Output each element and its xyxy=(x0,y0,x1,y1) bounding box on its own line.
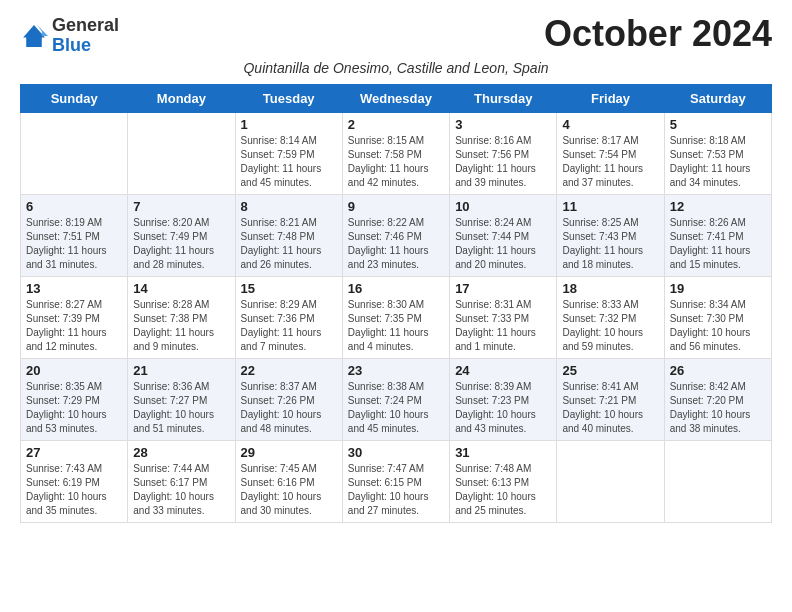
calendar-cell: 30Sunrise: 7:47 AM Sunset: 6:15 PM Dayli… xyxy=(342,440,449,522)
calendar-cell: 3Sunrise: 8:16 AM Sunset: 7:56 PM Daylig… xyxy=(450,112,557,194)
logo-general: General xyxy=(52,15,119,35)
col-thursday: Thursday xyxy=(450,84,557,112)
calendar-cell: 7Sunrise: 8:20 AM Sunset: 7:49 PM Daylig… xyxy=(128,194,235,276)
day-info: Sunrise: 7:43 AM Sunset: 6:19 PM Dayligh… xyxy=(26,462,122,518)
day-number: 13 xyxy=(26,281,122,296)
logo: General Blue xyxy=(20,16,119,56)
calendar-cell: 24Sunrise: 8:39 AM Sunset: 7:23 PM Dayli… xyxy=(450,358,557,440)
calendar-cell: 29Sunrise: 7:45 AM Sunset: 6:16 PM Dayli… xyxy=(235,440,342,522)
day-number: 11 xyxy=(562,199,658,214)
subtitle: Quintanilla de Onesimo, Castille and Leo… xyxy=(20,60,772,76)
day-number: 12 xyxy=(670,199,766,214)
calendar-cell xyxy=(128,112,235,194)
day-info: Sunrise: 8:26 AM Sunset: 7:41 PM Dayligh… xyxy=(670,216,766,272)
day-info: Sunrise: 8:15 AM Sunset: 7:58 PM Dayligh… xyxy=(348,134,444,190)
calendar-cell: 20Sunrise: 8:35 AM Sunset: 7:29 PM Dayli… xyxy=(21,358,128,440)
calendar-cell: 31Sunrise: 7:48 AM Sunset: 6:13 PM Dayli… xyxy=(450,440,557,522)
day-number: 9 xyxy=(348,199,444,214)
calendar-cell: 26Sunrise: 8:42 AM Sunset: 7:20 PM Dayli… xyxy=(664,358,771,440)
day-info: Sunrise: 8:21 AM Sunset: 7:48 PM Dayligh… xyxy=(241,216,337,272)
day-info: Sunrise: 8:35 AM Sunset: 7:29 PM Dayligh… xyxy=(26,380,122,436)
day-number: 15 xyxy=(241,281,337,296)
day-number: 8 xyxy=(241,199,337,214)
calendar-cell: 25Sunrise: 8:41 AM Sunset: 7:21 PM Dayli… xyxy=(557,358,664,440)
day-number: 6 xyxy=(26,199,122,214)
calendar-cell: 5Sunrise: 8:18 AM Sunset: 7:53 PM Daylig… xyxy=(664,112,771,194)
page: General Blue October 2024 Quintanilla de… xyxy=(0,0,792,539)
calendar-cell: 16Sunrise: 8:30 AM Sunset: 7:35 PM Dayli… xyxy=(342,276,449,358)
day-number: 16 xyxy=(348,281,444,296)
day-number: 23 xyxy=(348,363,444,378)
calendar-header-row: Sunday Monday Tuesday Wednesday Thursday… xyxy=(21,84,772,112)
day-number: 26 xyxy=(670,363,766,378)
calendar-cell: 14Sunrise: 8:28 AM Sunset: 7:38 PM Dayli… xyxy=(128,276,235,358)
calendar-cell: 23Sunrise: 8:38 AM Sunset: 7:24 PM Dayli… xyxy=(342,358,449,440)
col-sunday: Sunday xyxy=(21,84,128,112)
day-info: Sunrise: 8:20 AM Sunset: 7:49 PM Dayligh… xyxy=(133,216,229,272)
logo-blue: Blue xyxy=(52,35,91,55)
day-info: Sunrise: 8:27 AM Sunset: 7:39 PM Dayligh… xyxy=(26,298,122,354)
day-number: 22 xyxy=(241,363,337,378)
col-saturday: Saturday xyxy=(664,84,771,112)
calendar-cell: 17Sunrise: 8:31 AM Sunset: 7:33 PM Dayli… xyxy=(450,276,557,358)
calendar-cell: 12Sunrise: 8:26 AM Sunset: 7:41 PM Dayli… xyxy=(664,194,771,276)
calendar-cell: 22Sunrise: 8:37 AM Sunset: 7:26 PM Dayli… xyxy=(235,358,342,440)
calendar-cell: 13Sunrise: 8:27 AM Sunset: 7:39 PM Dayli… xyxy=(21,276,128,358)
calendar-week-2: 6Sunrise: 8:19 AM Sunset: 7:51 PM Daylig… xyxy=(21,194,772,276)
day-info: Sunrise: 8:41 AM Sunset: 7:21 PM Dayligh… xyxy=(562,380,658,436)
day-info: Sunrise: 7:44 AM Sunset: 6:17 PM Dayligh… xyxy=(133,462,229,518)
day-number: 2 xyxy=(348,117,444,132)
svg-marker-0 xyxy=(23,25,45,47)
day-info: Sunrise: 8:42 AM Sunset: 7:20 PM Dayligh… xyxy=(670,380,766,436)
calendar-cell xyxy=(21,112,128,194)
day-number: 31 xyxy=(455,445,551,460)
calendar-cell: 21Sunrise: 8:36 AM Sunset: 7:27 PM Dayli… xyxy=(128,358,235,440)
col-friday: Friday xyxy=(557,84,664,112)
day-number: 19 xyxy=(670,281,766,296)
day-info: Sunrise: 8:31 AM Sunset: 7:33 PM Dayligh… xyxy=(455,298,551,354)
col-tuesday: Tuesday xyxy=(235,84,342,112)
day-info: Sunrise: 8:34 AM Sunset: 7:30 PM Dayligh… xyxy=(670,298,766,354)
day-info: Sunrise: 8:30 AM Sunset: 7:35 PM Dayligh… xyxy=(348,298,444,354)
day-info: Sunrise: 8:37 AM Sunset: 7:26 PM Dayligh… xyxy=(241,380,337,436)
day-number: 20 xyxy=(26,363,122,378)
day-info: Sunrise: 8:22 AM Sunset: 7:46 PM Dayligh… xyxy=(348,216,444,272)
calendar-week-1: 1Sunrise: 8:14 AM Sunset: 7:59 PM Daylig… xyxy=(21,112,772,194)
calendar-cell: 8Sunrise: 8:21 AM Sunset: 7:48 PM Daylig… xyxy=(235,194,342,276)
day-number: 28 xyxy=(133,445,229,460)
day-number: 14 xyxy=(133,281,229,296)
logo-icon xyxy=(20,22,48,50)
day-number: 1 xyxy=(241,117,337,132)
day-info: Sunrise: 7:47 AM Sunset: 6:15 PM Dayligh… xyxy=(348,462,444,518)
month-title: October 2024 xyxy=(544,16,772,52)
day-info: Sunrise: 8:25 AM Sunset: 7:43 PM Dayligh… xyxy=(562,216,658,272)
day-info: Sunrise: 7:45 AM Sunset: 6:16 PM Dayligh… xyxy=(241,462,337,518)
day-info: Sunrise: 8:29 AM Sunset: 7:36 PM Dayligh… xyxy=(241,298,337,354)
header-top: General Blue October 2024 xyxy=(20,16,772,56)
day-info: Sunrise: 8:36 AM Sunset: 7:27 PM Dayligh… xyxy=(133,380,229,436)
day-info: Sunrise: 8:18 AM Sunset: 7:53 PM Dayligh… xyxy=(670,134,766,190)
day-info: Sunrise: 8:28 AM Sunset: 7:38 PM Dayligh… xyxy=(133,298,229,354)
calendar-cell: 19Sunrise: 8:34 AM Sunset: 7:30 PM Dayli… xyxy=(664,276,771,358)
col-wednesday: Wednesday xyxy=(342,84,449,112)
calendar-cell: 11Sunrise: 8:25 AM Sunset: 7:43 PM Dayli… xyxy=(557,194,664,276)
day-number: 7 xyxy=(133,199,229,214)
day-number: 30 xyxy=(348,445,444,460)
calendar-cell xyxy=(664,440,771,522)
calendar-cell: 2Sunrise: 8:15 AM Sunset: 7:58 PM Daylig… xyxy=(342,112,449,194)
calendar-cell: 4Sunrise: 8:17 AM Sunset: 7:54 PM Daylig… xyxy=(557,112,664,194)
day-number: 17 xyxy=(455,281,551,296)
day-info: Sunrise: 8:24 AM Sunset: 7:44 PM Dayligh… xyxy=(455,216,551,272)
day-number: 21 xyxy=(133,363,229,378)
calendar-cell: 6Sunrise: 8:19 AM Sunset: 7:51 PM Daylig… xyxy=(21,194,128,276)
calendar-cell: 15Sunrise: 8:29 AM Sunset: 7:36 PM Dayli… xyxy=(235,276,342,358)
calendar-week-5: 27Sunrise: 7:43 AM Sunset: 6:19 PM Dayli… xyxy=(21,440,772,522)
calendar-cell: 18Sunrise: 8:33 AM Sunset: 7:32 PM Dayli… xyxy=(557,276,664,358)
day-number: 24 xyxy=(455,363,551,378)
day-info: Sunrise: 8:17 AM Sunset: 7:54 PM Dayligh… xyxy=(562,134,658,190)
day-number: 29 xyxy=(241,445,337,460)
day-number: 5 xyxy=(670,117,766,132)
day-number: 10 xyxy=(455,199,551,214)
day-number: 25 xyxy=(562,363,658,378)
day-number: 3 xyxy=(455,117,551,132)
